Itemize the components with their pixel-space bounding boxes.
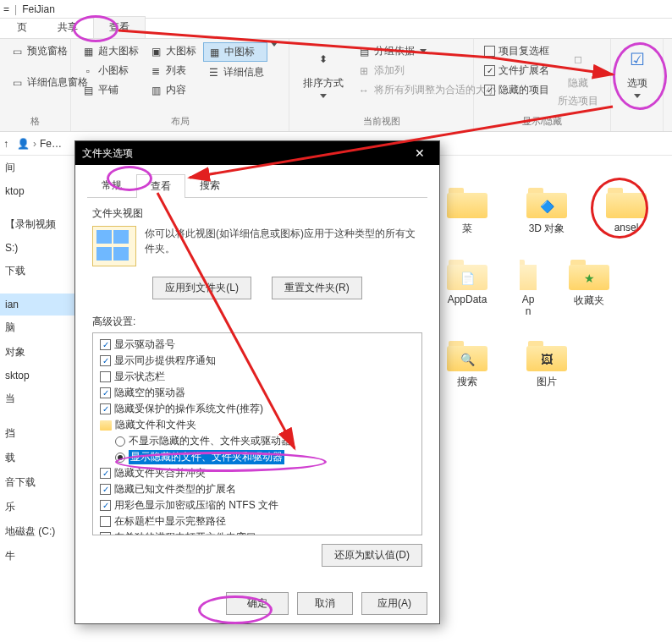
view-details[interactable]: ☰详细信息 bbox=[203, 63, 267, 81]
preview-pane-label: 预览窗格 bbox=[27, 44, 68, 58]
view-list[interactable]: ≣列表 bbox=[146, 62, 200, 80]
tree-item[interactable]: 在标题栏中显示完整路径 bbox=[95, 513, 420, 530]
columns-icon: ⊞ bbox=[357, 64, 371, 78]
tree-item-label: 在单独的进程中打开文件夹窗口 bbox=[114, 530, 256, 535]
view-medium-icons[interactable]: ▦中图标 bbox=[203, 42, 267, 62]
tree-item[interactable]: 隐藏受保护的操作系统文件(推荐) bbox=[95, 401, 420, 417]
folder-options-dialog: 文件夹选项 ✕ 常规 查看 搜索 文件夹视图 你可以将此视图(如详细信息或图标)… bbox=[74, 140, 440, 624]
dialog-tab-general[interactable]: 常规 bbox=[87, 173, 136, 197]
sidebar-item[interactable]: 地磁盘 (C:) bbox=[0, 519, 74, 544]
sidebar-item[interactable]: 载 bbox=[0, 446, 74, 470]
sort-by-button[interactable]: ⬍ 排序方式 bbox=[296, 42, 350, 102]
dialog-tab-strip: 常规 查看 搜索 bbox=[87, 173, 427, 198]
folder-item-ansel[interactable]: ansel bbox=[599, 184, 653, 236]
dialog-tab-search[interactable]: 搜索 bbox=[185, 173, 234, 197]
ok-button[interactable]: 确定 bbox=[226, 592, 289, 615]
checkbox-icon bbox=[100, 532, 111, 535]
sidebar-item[interactable] bbox=[0, 283, 74, 294]
sidebar-item-selected[interactable]: ian bbox=[0, 294, 74, 316]
search-folder-icon: 🔍 bbox=[447, 337, 487, 371]
dialog-tab-view[interactable]: 查看 bbox=[136, 174, 185, 198]
folder-item-searches[interactable]: 🔍搜索 bbox=[440, 337, 494, 389]
tree-item[interactable]: 显示驱动器号 bbox=[95, 337, 420, 353]
folder-item-3d-objects[interactable]: 🔷3D 对象 bbox=[520, 184, 574, 236]
folder-icon bbox=[100, 420, 112, 431]
options-button[interactable]: ☑ 选项 bbox=[617, 42, 658, 102]
folder-item-pictures[interactable]: 🖼图片 bbox=[520, 337, 574, 389]
tree-item[interactable]: 显示同步提供程序通知 bbox=[95, 353, 420, 369]
folder-item[interactable]: 菜 bbox=[440, 184, 494, 236]
view-extra-large-icons[interactable]: ▦超大图标 bbox=[78, 42, 142, 60]
ribbon-current-view-group-label: 当前视图 bbox=[296, 113, 466, 128]
item-checkboxes-toggle[interactable]: 项目复选框 bbox=[481, 42, 553, 60]
content-icon: ▥ bbox=[149, 84, 162, 97]
apply-button[interactable]: 应用(A) bbox=[361, 592, 427, 615]
cancel-button[interactable]: 取消 bbox=[297, 592, 353, 615]
tree-item[interactable]: 隐藏已知文件类型的扩展名 bbox=[95, 481, 420, 497]
user-icon: 👤 bbox=[17, 138, 30, 150]
sidebar-item[interactable]: S:) bbox=[0, 237, 74, 259]
tree-item[interactable]: 隐藏文件和文件夹 bbox=[95, 417, 420, 433]
tree-item[interactable]: 用彩色显示加密或压缩的 NTFS 文件 bbox=[95, 497, 420, 513]
folder-item-appdata[interactable]: 📄AppData bbox=[440, 256, 494, 317]
tree-item-label: 隐藏文件和文件夹 bbox=[115, 418, 196, 432]
sidebar-item[interactable]: 间 bbox=[0, 156, 74, 180]
view-small-icons[interactable]: ▫小图标 bbox=[78, 62, 142, 80]
tree-item[interactable]: 隐藏空的驱动器 bbox=[95, 385, 420, 401]
folder-views-description: 你可以将此视图(如详细信息或图标)应用于这种类型的所有文件夹。 bbox=[145, 226, 422, 256]
sidebar-item[interactable]: 挡 bbox=[0, 421, 74, 446]
layout-more-icon[interactable] bbox=[271, 42, 278, 47]
folder-item-favorites[interactable]: ★收藏夹 bbox=[562, 256, 616, 317]
restore-defaults-button[interactable]: 还原为默认值(D) bbox=[322, 544, 422, 567]
sidebar-item[interactable]: 当 bbox=[0, 387, 74, 411]
tree-item-label: 隐藏受保护的操作系统文件(推荐) bbox=[114, 402, 263, 416]
grid-icon: ▦ bbox=[207, 46, 221, 59]
sidebar-item[interactable]: ktop bbox=[0, 180, 74, 202]
tab-home[interactable]: 页 bbox=[2, 17, 42, 38]
sidebar-item[interactable] bbox=[0, 202, 74, 212]
preview-pane-button[interactable]: ▭ 预览窗格 bbox=[7, 42, 71, 60]
view-large-icons[interactable]: ▣大图标 bbox=[146, 42, 200, 60]
sidebar-item[interactable]: 乐 bbox=[0, 495, 74, 519]
tree-item[interactable]: 显示状态栏 bbox=[95, 369, 420, 385]
folder-preview-icon bbox=[92, 226, 136, 266]
folder-icon bbox=[447, 184, 487, 218]
dialog-titlebar[interactable]: 文件夹选项 ✕ bbox=[75, 141, 439, 165]
folder-item-cut[interactable]: Ap n bbox=[520, 256, 537, 317]
breadcrumb-segment[interactable]: Fe… bbox=[40, 138, 62, 150]
view-content[interactable]: ▥内容 bbox=[146, 81, 200, 99]
checkbox-icon bbox=[484, 85, 495, 96]
file-extensions-toggle[interactable]: 文件扩展名 bbox=[481, 62, 553, 80]
tab-view[interactable]: 查看 bbox=[93, 16, 146, 38]
tree-item[interactable]: 隐藏文件夹合并冲突 bbox=[95, 465, 420, 481]
tree-item-label: 在标题栏中显示完整路径 bbox=[114, 514, 226, 529]
tree-item[interactable]: 在单独的进程中打开文件夹窗口 bbox=[95, 530, 420, 535]
apply-to-folders-button[interactable]: 应用到文件夹(L) bbox=[152, 277, 251, 299]
sidebar-item[interactable]: 音下载 bbox=[0, 470, 74, 495]
sidebar-item[interactable]: 牛 bbox=[0, 544, 74, 568]
ribbon-group-current-view: ⬍ 排序方式 ▤分组依据 ⊞添加列 ↔将所有列调整为合适的大小 当前视图 bbox=[289, 39, 474, 131]
hide-icon: ◻ bbox=[565, 46, 592, 73]
tab-share[interactable]: 共享 bbox=[42, 17, 93, 38]
tree-item[interactable]: 显示隐藏的文件、文件夹和驱动器 bbox=[95, 449, 420, 465]
3d-objects-icon: 🔷 bbox=[526, 184, 567, 218]
ribbon-panes-group-label: 格 bbox=[7, 113, 63, 128]
hidden-items-toggle[interactable]: 隐藏的项目 bbox=[481, 81, 553, 99]
advanced-settings-tree[interactable]: 显示驱动器号显示同步提供程序通知显示状态栏隐藏空的驱动器隐藏受保护的操作系统文件… bbox=[92, 332, 422, 535]
tree-item[interactable]: 不显示隐藏的文件、文件夹或驱动器 bbox=[95, 433, 420, 449]
sidebar-item[interactable]: 对象 bbox=[0, 340, 74, 365]
view-tiles[interactable]: ▤平铺 bbox=[78, 81, 142, 99]
close-button[interactable]: ✕ bbox=[407, 146, 432, 160]
nav-up-icon[interactable]: ↑ bbox=[3, 138, 8, 150]
sidebar-item[interactable] bbox=[0, 411, 74, 421]
hide-selected-button[interactable]: ◻ 隐藏 所选项目 bbox=[556, 42, 600, 112]
sidebar-item[interactable]: 脑 bbox=[0, 316, 74, 340]
folder-views-heading: 文件夹视图 bbox=[92, 206, 422, 221]
sidebar-item[interactable]: 【录制视频 bbox=[0, 212, 74, 237]
ribbon-show-hide-group-label: 显示/隐藏 bbox=[481, 113, 603, 128]
tiles-icon: ▤ bbox=[81, 84, 95, 97]
reset-folders-button[interactable]: 重置文件夹(R) bbox=[272, 277, 362, 299]
chevron-down-icon bbox=[634, 94, 641, 98]
sidebar-item[interactable]: sktop bbox=[0, 365, 74, 387]
sidebar-item[interactable]: 下载 bbox=[0, 259, 74, 283]
